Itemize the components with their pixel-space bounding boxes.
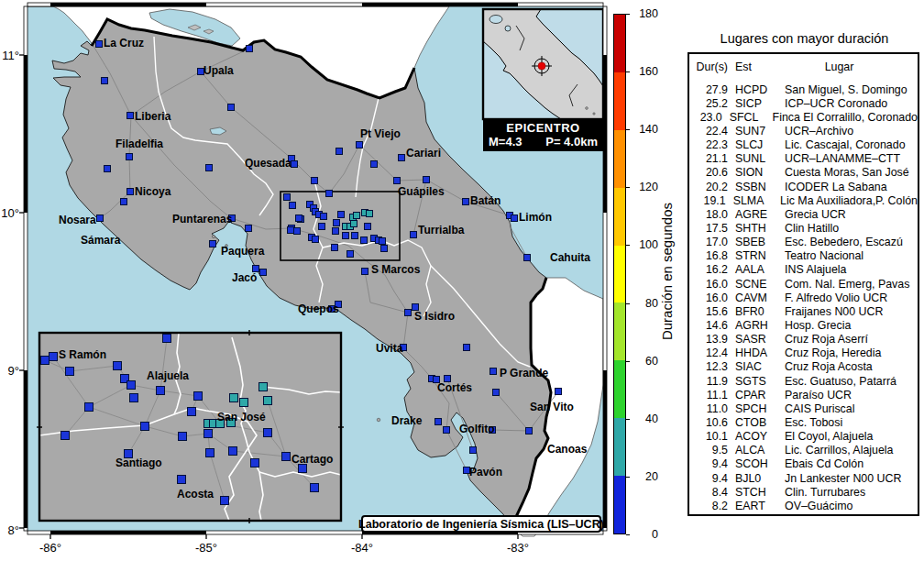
cell-station: SHTH xyxy=(728,222,779,235)
cell-duration: 10.1 xyxy=(689,430,728,443)
cell-duration: 9.5 xyxy=(689,444,728,456)
duration-colorbar xyxy=(613,14,626,534)
gulf-island xyxy=(212,235,214,237)
cell-duration: 18.0 xyxy=(689,208,728,221)
cell-station: AALA xyxy=(728,263,779,276)
cell-place: Com. Nal. Emerg, Pavas xyxy=(779,278,918,291)
cell-place: INS Alajuela xyxy=(779,263,918,276)
cell-place: Cuesta Moras, San José xyxy=(779,166,918,179)
table-row: 9.5ALCALic. Carrillos, Alajuela xyxy=(689,444,918,457)
colorbar-segment xyxy=(614,129,625,187)
table-row: 8.2EARTOV–Guácimo xyxy=(689,499,918,512)
cell-station: SION xyxy=(728,166,779,179)
table-row: 11.0SPCHCAIS Puriscal xyxy=(689,402,918,415)
cell-place: Lic. Cascajal, Coronado xyxy=(779,138,918,151)
cell-duration: 15.6 xyxy=(689,305,728,318)
cell-place: Clin. Turrubares xyxy=(779,486,918,499)
cell-station: SICP xyxy=(728,97,779,110)
table-row: 11.1CPARParaíso UCR xyxy=(689,388,918,402)
table-row: 25.2SICPICP–UCR Coronado xyxy=(689,96,918,110)
overview-lake xyxy=(490,16,502,24)
cell-station: SGTS xyxy=(728,375,779,388)
table-row: 9.4SCOHEbais Cd Colón xyxy=(689,457,918,471)
overview-island xyxy=(593,113,595,115)
cell-station: CAVM xyxy=(728,292,779,304)
colorbar-segment xyxy=(614,15,625,72)
cell-station: AGRH xyxy=(728,319,779,332)
colorbar-segment xyxy=(614,418,625,476)
cell-duration: 20.6 xyxy=(689,166,728,179)
colorbar-segment xyxy=(614,245,625,302)
seismic-map-figure: La CruzUpalaLiberiaFiladelfiaNicoyaNosar… xyxy=(0,0,924,561)
table-row: 22.3SLCJLic. Cascajal, Coronado xyxy=(689,138,918,152)
table-row: 17.0SBEBEsc. Bebedero, Escazú xyxy=(689,236,918,249)
cell-station: ACOY xyxy=(728,430,779,443)
cell-station: SLMA xyxy=(726,194,775,207)
cell-station: SASR xyxy=(728,333,779,346)
cell-duration: 16.2 xyxy=(689,263,728,276)
cell-duration: 13.9 xyxy=(689,333,728,346)
cell-station: BFR0 xyxy=(728,305,779,318)
credit-box: Laboratorio de Ingeniería Sísmica (LIS–U… xyxy=(361,515,601,533)
cell-place: Cruz Roja Aserrí xyxy=(779,333,918,346)
cell-station: SBEB xyxy=(728,236,779,248)
table-row: 17.5SHTHClin Hatillo xyxy=(689,221,918,235)
cell-place: Esc. Guatuso, Patarrá xyxy=(779,375,918,388)
cell-place: Grecia UCR xyxy=(779,208,918,221)
cell-duration: 23.0 xyxy=(689,111,722,124)
cell-station: BJL0 xyxy=(728,472,779,485)
cell-duration: 16.8 xyxy=(689,249,728,262)
cell-place: Hosp. Grecia xyxy=(779,319,918,332)
cell-place: Cruz Roja, Heredia xyxy=(779,346,918,359)
cell-duration: 16.0 xyxy=(689,292,728,304)
cell-place: OV–Guácimo xyxy=(779,500,918,512)
cell-duration: 8.4 xyxy=(689,486,728,499)
epicenter-info-box: EPICENTRO M=4.3 P= 4.0km xyxy=(483,118,603,151)
table-row: 21.1SUNLUCR–LANAMME–CTT xyxy=(689,152,918,166)
table-row: 16.2AALAINS Alajuela xyxy=(689,263,918,277)
table-row: 19.1SLMALic Ma Auxiliadora,P. Colón xyxy=(689,193,918,207)
table-row: 16.0CAVMF. Alfredo Volio UCR xyxy=(689,291,918,304)
table-header: Dur(s) Est Lugar xyxy=(689,60,918,73)
cell-place: Lic Ma Auxiliadora,P. Colón xyxy=(775,194,918,207)
overview-inset xyxy=(483,9,603,119)
cell-place: ICODER La Sabana xyxy=(779,181,918,193)
header-lugar: Lugar xyxy=(779,60,918,73)
table-row: 16.0SCNECom. Nal. Emerg, Pavas xyxy=(689,277,918,291)
cell-duration: 11.9 xyxy=(689,375,728,388)
cell-station: SPCH xyxy=(728,402,779,415)
table-row: 16.8STRNTeatro Nacional xyxy=(689,249,918,263)
cell-place: CAIS Puriscal xyxy=(779,402,918,415)
cell-duration: 19.1 xyxy=(689,194,726,207)
cell-duration: 8.2 xyxy=(689,500,728,512)
epicenter-magnitude: M=4.3 xyxy=(489,135,522,148)
colorbar-segment xyxy=(614,187,625,245)
cell-place: UCR–Archivo xyxy=(779,125,918,138)
cell-duration: 25.2 xyxy=(689,97,728,110)
table-row: 18.0AGREGrecia UCR xyxy=(689,207,918,221)
cell-place: Esc. Tobosi xyxy=(779,416,918,429)
cell-duration: 12.4 xyxy=(689,346,728,359)
colorbar-segment xyxy=(614,72,625,129)
cell-place: ICP–UCR Coronado xyxy=(779,97,918,110)
cell-duration: 12.3 xyxy=(689,360,728,373)
cell-duration: 27.9 xyxy=(689,83,728,96)
cell-station: CPAR xyxy=(728,389,779,402)
cell-station: STRN xyxy=(728,249,779,262)
cell-station: HHDA xyxy=(728,346,779,359)
cell-place: Clin Hatillo xyxy=(779,222,918,235)
cell-station: ALCA xyxy=(728,444,779,456)
cell-duration: 22.4 xyxy=(689,125,728,138)
header-dur: Dur(s) xyxy=(689,60,728,73)
table-title: Lugares con mayor duración xyxy=(688,31,920,46)
cell-place: El Coyol, Alajuela xyxy=(779,430,918,443)
cell-station: SLCJ xyxy=(728,138,779,151)
cell-station: SCOH xyxy=(728,457,779,470)
cell-station: EART xyxy=(728,500,779,512)
cell-station: SUN7 xyxy=(728,125,779,138)
colorbar-segment xyxy=(614,302,625,360)
cell-station: AGRE xyxy=(728,208,779,221)
cell-place: Fraijanes N00 UCR xyxy=(779,305,918,318)
cell-station: SCNE xyxy=(728,278,779,291)
cell-duration: 9.4 xyxy=(689,472,728,485)
